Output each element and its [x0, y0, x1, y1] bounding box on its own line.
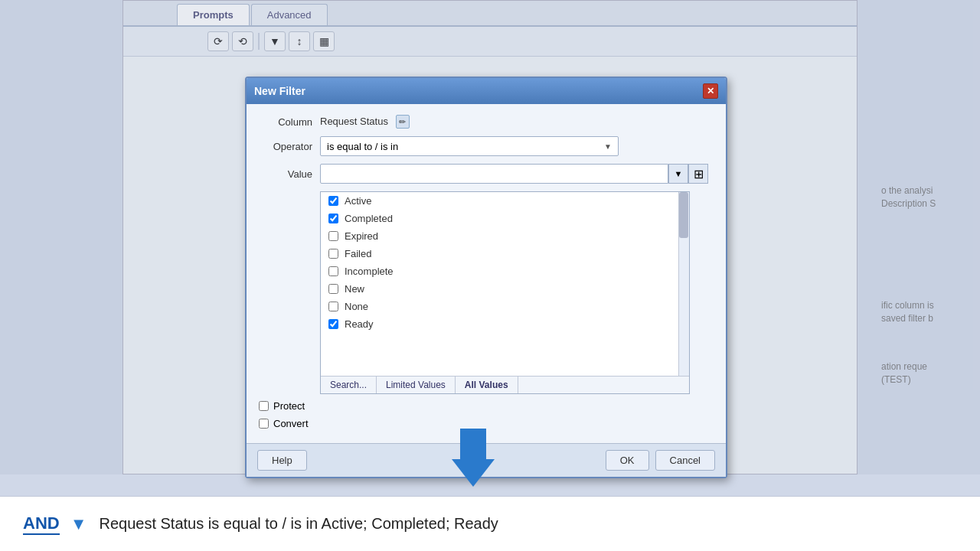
dropdown-label-active: Active — [345, 195, 371, 207]
dropdown-checkbox-expired[interactable] — [328, 231, 338, 241]
dropdown-item[interactable]: Completed — [321, 210, 689, 227]
column-row: Column Request Status ✏ — [259, 115, 714, 129]
edit-column-icon[interactable]: ✏ — [396, 115, 410, 129]
convert-label: Convert — [273, 418, 309, 429]
dropdown-scroll[interactable]: ActiveCompletedExpiredFailedIncompleteNe… — [321, 192, 689, 376]
dropdown-label-expired: Expired — [345, 230, 378, 242]
column-label: Column — [259, 116, 320, 128]
value-input[interactable] — [320, 164, 668, 184]
dialog-title: New Filter — [254, 85, 305, 97]
close-button[interactable]: ✕ — [703, 83, 718, 99]
convert-row: Convert — [259, 418, 714, 429]
help-button[interactable]: Help — [257, 450, 307, 471]
protect-checkbox[interactable] — [259, 401, 269, 411]
dropdown-checkbox-none[interactable] — [328, 302, 338, 311]
dropdown-label-none: None — [345, 301, 368, 312]
dropdown-checkbox-ready[interactable] — [328, 319, 338, 329]
dialog-title-bar: New Filter ✕ — [247, 78, 726, 104]
value-dropdown-btn[interactable]: ▼ — [668, 164, 688, 184]
dropdown-checkbox-completed[interactable] — [328, 214, 338, 223]
operator-value: is equal to / is in — [327, 141, 398, 152]
dropdown-item[interactable]: Failed — [321, 245, 689, 262]
scrollbar-track[interactable] — [678, 192, 689, 376]
search-btn[interactable]: Search... — [321, 377, 377, 393]
dropdown-checkbox-incomplete[interactable] — [328, 266, 338, 276]
dropdown-checkbox-new[interactable] — [328, 284, 338, 294]
dialog-body: Column Request Status ✏ Operator is equa… — [247, 104, 726, 443]
dropdown-label-failed: Failed — [345, 248, 371, 259]
convert-checkbox[interactable] — [259, 419, 269, 429]
operator-select[interactable]: is equal to / is in ▼ — [320, 136, 619, 156]
column-value: Request Status ✏ — [320, 115, 410, 129]
bottom-bar: AND ▼ Request Status is equal to / is in… — [0, 496, 980, 551]
protect-label: Protect — [273, 400, 305, 412]
ok-button[interactable]: OK — [606, 450, 649, 471]
dropdown-list: ActiveCompletedExpiredFailedIncompleteNe… — [320, 191, 690, 394]
limited-values-btn[interactable]: Limited Values — [377, 377, 456, 393]
operator-row: Operator is equal to / is in ▼ — [259, 136, 714, 156]
dropdown-item[interactable]: Incomplete — [321, 262, 689, 280]
value-label: Value — [259, 168, 320, 180]
operator-label: Operator — [259, 141, 320, 152]
dropdown-item[interactable]: None — [321, 298, 689, 315]
footer-right-buttons: OK Cancel — [606, 450, 715, 471]
scrollbar-thumb[interactable] — [679, 192, 688, 238]
dropdown-item[interactable]: Expired — [321, 227, 689, 245]
protect-row: Protect — [259, 400, 714, 412]
dropdown-item[interactable]: Ready — [321, 315, 689, 333]
value-browse-btn[interactable]: ⊞ — [688, 164, 708, 184]
cancel-button[interactable]: Cancel — [655, 450, 715, 471]
and-badge: AND — [23, 514, 60, 535]
all-values-btn[interactable]: All Values — [456, 377, 518, 393]
dropdown-footer: Search... Limited Values All Values — [321, 376, 689, 393]
dropdown-checkbox-active[interactable] — [328, 196, 338, 206]
filter-summary-text: Request Status is equal to / is in Activ… — [99, 515, 498, 533]
value-input-row: ▼ ⊞ — [320, 164, 708, 184]
dropdown-label-completed: Completed — [345, 213, 393, 224]
dropdown-checkbox-failed[interactable] — [328, 249, 338, 259]
value-row: Value ▼ ⊞ — [259, 164, 714, 184]
filter-icon: ▼ — [70, 514, 87, 534]
dropdown-label-ready: Ready — [345, 318, 374, 330]
chevron-down-icon: ▼ — [604, 142, 612, 151]
dropdown-item[interactable]: Active — [321, 192, 689, 210]
dropdown-label-incomplete: Incomplete — [345, 266, 394, 277]
arrow-head — [452, 459, 495, 487]
new-filter-dialog: New Filter ✕ Column Request Status ✏ Ope… — [245, 77, 727, 478]
big-arrow — [452, 429, 495, 487]
arrow-shaft — [460, 429, 486, 459]
dropdown-item[interactable]: New — [321, 280, 689, 298]
dropdown-label-new: New — [345, 283, 364, 295]
